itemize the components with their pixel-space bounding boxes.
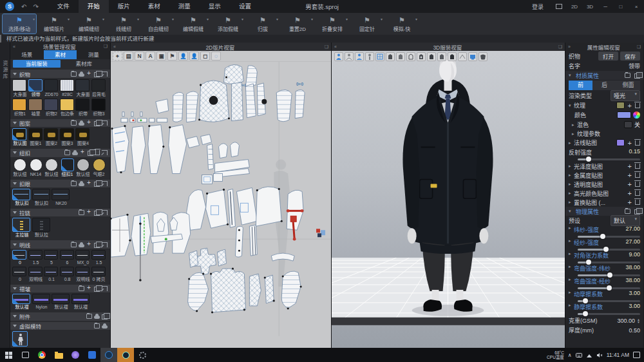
- copy-icon[interactable]: [94, 182, 100, 187]
- garment-strain-icon[interactable]: [427, 52, 436, 61]
- ribbon-tool-button[interactable]: ⚑ 固定针 ▾: [350, 14, 384, 33]
- clock[interactable]: 11:41 AM: [607, 352, 629, 358]
- dropdown-caret-icon[interactable]: ▾: [172, 17, 174, 21]
- pattern-canvas[interactable]: 0≡0 0≡0 .pc{fill:#f4f5f6;s: [111, 62, 331, 348]
- minimize-button[interactable]: ─: [598, 0, 613, 13]
- chevron-icon[interactable]: ▾: [569, 209, 572, 214]
- trash-icon[interactable]: [635, 200, 640, 205]
- folder-icon[interactable]: [79, 286, 84, 291]
- reflect-slider[interactable]: [578, 158, 640, 160]
- add-icon[interactable]: +: [628, 198, 632, 206]
- view-2d-toggle[interactable]: 2D: [567, 0, 582, 13]
- ribbon-tool-button[interactable]: ⚑ 重置2D ▾: [281, 14, 314, 33]
- save-icon[interactable]: [634, 73, 640, 79]
- blend-swatch[interactable]: [624, 121, 632, 128]
- folder-icon[interactable]: [71, 120, 77, 126]
- garment-canvas[interactable]: [332, 51, 565, 348]
- dropdown-caret-icon[interactable]: ▾: [381, 17, 383, 21]
- topstitch-thumb[interactable]: 0: [12, 250, 28, 265]
- garment-3d-icon[interactable]: [478, 52, 488, 61]
- map-row[interactable]: ▸ 置换贴图 (... +: [565, 198, 643, 207]
- folder-icon[interactable]: [71, 181, 77, 186]
- add-icon[interactable]: +: [628, 102, 632, 110]
- detach-icon[interactable]: ❏: [634, 44, 643, 50]
- collapse-icon[interactable]: »: [565, 44, 573, 49]
- menu-item[interactable]: 素材: [139, 0, 169, 13]
- dropdown-caret-icon[interactable]: ▾: [33, 17, 35, 21]
- fabric-swatch[interactable]: 大身面: [12, 79, 28, 97]
- folder-icon[interactable]: [86, 314, 92, 319]
- topstitch-thumb[interactable]: 0: [12, 267, 28, 282]
- fabric-swatch[interactable]: 领带: [28, 79, 44, 97]
- trash-icon[interactable]: [635, 182, 640, 187]
- chevron-icon[interactable]: ▸: [569, 264, 572, 272]
- copy-icon[interactable]: [94, 72, 100, 77]
- add-icon[interactable]: [86, 181, 92, 186]
- trash-icon[interactable]: [95, 150, 100, 155]
- physical-section-title[interactable]: 物理属性: [576, 207, 621, 216]
- add-icon[interactable]: +: [628, 189, 632, 197]
- pleat-thumb[interactable]: 默认褶: [52, 294, 71, 310]
- cloud-icon[interactable]: [72, 150, 78, 155]
- render-type-select[interactable]: 哑光▾: [611, 90, 640, 101]
- ribbon-tool-button[interactable]: ⚑ 归拔 ▾: [246, 14, 279, 33]
- fabric-swatch[interactable]: #28C: [60, 79, 75, 97]
- chrome-icon[interactable]: [33, 348, 50, 362]
- expand-icon[interactable]: [102, 71, 108, 77]
- menu-item[interactable]: 设置: [230, 0, 260, 13]
- chevron-icon[interactable]: ▸: [569, 251, 572, 260]
- ribbon-tool-button[interactable]: ⚑ 添加假缝 ▾: [211, 14, 245, 33]
- pleat-thumb[interactable]: 默认褶: [71, 294, 91, 310]
- fabric-swatch[interactable]: 后背毛: [91, 79, 107, 97]
- preset-select[interactable]: 默认▾: [611, 215, 640, 226]
- topstitch-thumb[interactable]: 1.5: [91, 250, 107, 265]
- marquee-select-icon[interactable]: ⌖: [113, 52, 122, 61]
- pattern-outline-icon[interactable]: ▣: [156, 52, 166, 61]
- garment-texture-icon[interactable]: [396, 52, 405, 61]
- section-pattern-header[interactable]: 图案: [10, 119, 110, 127]
- add-icon[interactable]: [86, 286, 92, 291]
- trash-icon[interactable]: [635, 140, 640, 146]
- trash-icon[interactable]: [635, 164, 640, 169]
- name-value[interactable]: 领带: [629, 62, 640, 70]
- dropdown-caret-icon[interactable]: ▾: [276, 17, 278, 21]
- button-thumb[interactable]: 气眼2: [91, 158, 107, 177]
- sidebar-subtab[interactable]: 素材库: [61, 60, 108, 68]
- folder-icon[interactable]: [71, 242, 77, 247]
- show-annotation-icon[interactable]: A: [146, 52, 155, 61]
- add-icon[interactable]: +: [628, 139, 632, 147]
- button-thumb[interactable]: 默认纽: [44, 158, 59, 177]
- map-row[interactable]: ▸ 金属度贴图 +: [565, 171, 643, 180]
- avatar-hide-icon[interactable]: [345, 52, 354, 61]
- expand-icon[interactable]: [102, 150, 108, 155]
- avatar-pose-icon[interactable]: [365, 52, 374, 61]
- ribbon-tool-button[interactable]: ⚑ 自由缝纫 ▾: [142, 14, 175, 33]
- pleat-thumb[interactable]: Nylon: [32, 294, 52, 310]
- cloud-icon[interactable]: [79, 71, 84, 77]
- folder-icon[interactable]: [94, 323, 100, 329]
- fabric-swatch[interactable]: ZD670: [44, 79, 59, 97]
- ruler-flag-icon[interactable]: ⚑: [167, 52, 177, 61]
- pin-icon[interactable]: ◻: [200, 52, 210, 61]
- fabric-swatch[interactable]: 织物3: [91, 99, 107, 117]
- copy-icon[interactable]: [94, 121, 100, 126]
- folder-icon[interactable]: [64, 150, 70, 155]
- layout-toggle-icon[interactable]: [551, 0, 567, 13]
- pattern-thumb[interactable]: 默认图: [12, 128, 28, 146]
- ribbon-tool-button[interactable]: ⚑ 选择/移动 ▾: [3, 14, 36, 33]
- expand-icon[interactable]: [102, 120, 108, 126]
- lasso-icon[interactable]: ◌: [211, 52, 221, 61]
- fabric-swatch[interactable]: 织带: [75, 99, 91, 117]
- pleat-thumb[interactable]: 默认褶: [12, 294, 32, 310]
- detach-icon[interactable]: ❏: [101, 44, 110, 49]
- pattern-thumb[interactable]: 图案4: [75, 128, 91, 146]
- slider-track[interactable]: [578, 262, 640, 263]
- close-button[interactable]: ×: [629, 0, 644, 13]
- ribbon-tool-button[interactable]: ⚑ 折叠安排 ▾: [316, 14, 349, 33]
- button-thumb[interactable]: 纽扣1: [60, 158, 75, 177]
- slider-track[interactable]: [578, 236, 640, 238]
- chevron-icon[interactable]: ▸: [569, 277, 572, 285]
- sidebar-subtab[interactable]: 当前服装: [13, 60, 61, 68]
- copy-icon[interactable]: [94, 287, 100, 292]
- folder-icon[interactable]: [71, 71, 77, 77]
